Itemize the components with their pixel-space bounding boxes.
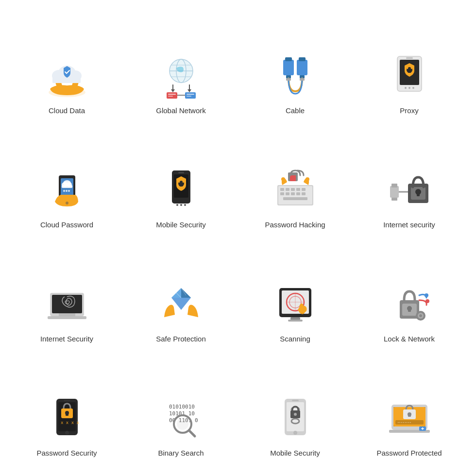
password-security-label: Password Security	[36, 448, 97, 458]
svg-point-70	[281, 177, 285, 181]
svg-point-35	[412, 87, 414, 89]
svg-rect-32	[408, 69, 411, 73]
svg-rect-21	[283, 60, 294, 75]
svg-rect-24	[297, 60, 307, 75]
svg-rect-109	[66, 413, 68, 416]
svg-rect-22	[285, 57, 292, 61]
cell-mobile-security: Mobile Security	[124, 124, 238, 238]
svg-rect-25	[299, 57, 306, 61]
svg-marker-84	[181, 288, 191, 298]
svg-rect-42	[62, 185, 72, 188]
svg-point-100	[425, 293, 428, 297]
safe-protection-icon	[152, 280, 210, 328]
svg-rect-81	[48, 316, 86, 319]
svg-rect-82	[59, 313, 75, 316]
svg-rect-28	[300, 78, 305, 81]
cable-icon	[266, 51, 324, 100]
password-protected-label: Password Protected	[376, 448, 442, 458]
svg-rect-63	[286, 192, 289, 195]
svg-point-43	[63, 190, 65, 192]
proxy-label: Proxy	[400, 106, 418, 116]
svg-point-46	[66, 202, 68, 204]
cell-password-hacking: Password Hacking	[238, 124, 352, 238]
svg-point-125	[294, 413, 297, 416]
binary-search-icon: 01010010 10101 10 00 1101 0	[152, 394, 210, 442]
cloud-data-icon	[38, 51, 96, 100]
global-network-label: Global Network	[156, 106, 206, 116]
cell-global-network: Global Network	[124, 10, 238, 124]
svg-rect-16	[168, 96, 173, 97]
internet-security-laptop-label: Internet Security	[40, 334, 93, 344]
icon-grid: Cloud Data	[5, 5, 471, 471]
svg-point-104	[419, 314, 422, 317]
svg-rect-95	[288, 320, 303, 322]
svg-rect-73	[391, 184, 397, 187]
mobile-security-icon	[152, 166, 210, 214]
cable-label: Cable	[286, 106, 305, 116]
svg-rect-112	[64, 400, 70, 401]
svg-rect-60	[296, 188, 300, 191]
svg-point-44	[66, 190, 68, 192]
global-network-icon	[152, 51, 210, 100]
proxy-icon	[380, 51, 439, 100]
mobile-security-label: Mobile Security	[156, 220, 206, 230]
internet-security-lock-label: Internet security	[383, 220, 435, 230]
svg-rect-67	[283, 197, 307, 200]
svg-marker-13	[187, 89, 191, 92]
svg-rect-18	[187, 94, 194, 95]
cell-cloud-data: Cloud Data	[10, 10, 124, 124]
cell-lock-network: Lock & Network	[352, 238, 466, 352]
cell-proxy: Proxy	[352, 10, 466, 124]
svg-point-53	[184, 204, 186, 206]
svg-point-33	[405, 87, 407, 89]
svg-point-34	[408, 87, 410, 89]
cell-scanning: Scanning	[238, 238, 352, 352]
svg-rect-78	[417, 192, 420, 196]
cloud-password-label: Cloud Password	[40, 220, 93, 230]
cell-password-security: x x x x Password Security	[10, 352, 124, 466]
cell-internet-security-laptop: Internet Security	[10, 238, 124, 352]
svg-text:x x x x: x x x x	[61, 420, 80, 425]
svg-rect-66	[302, 192, 306, 195]
svg-rect-27	[286, 78, 291, 81]
svg-point-111	[65, 431, 69, 435]
svg-rect-64	[291, 192, 295, 195]
password-hacking-label: Password Hacking	[265, 220, 325, 230]
svg-point-45	[68, 190, 70, 192]
svg-text:••••••••: ••••••••	[397, 421, 411, 424]
scanning-label: Scanning	[280, 334, 310, 344]
svg-rect-59	[291, 188, 295, 191]
svg-rect-19	[187, 96, 191, 97]
cell-password-protected: •••••••• Password Protected	[352, 352, 466, 466]
svg-rect-99	[408, 308, 411, 312]
svg-rect-74	[391, 198, 397, 201]
internet-security-lock-icon	[380, 166, 439, 214]
password-security-icon: x x x x	[38, 394, 96, 442]
lock-network-label: Lock & Network	[384, 334, 435, 344]
svg-point-71	[306, 177, 309, 181]
cell-cable: Cable	[238, 10, 352, 124]
svg-rect-65	[296, 192, 300, 195]
password-protected-icon: ••••••••	[380, 394, 439, 442]
svg-line-118	[189, 430, 195, 436]
svg-rect-58	[286, 188, 289, 191]
svg-rect-61	[302, 188, 306, 191]
cloud-data-label: Cloud Data	[49, 106, 85, 116]
svg-marker-11	[171, 89, 175, 92]
svg-point-51	[176, 204, 178, 206]
internet-security-laptop-icon	[38, 280, 96, 328]
svg-rect-15	[168, 94, 176, 95]
safe-protection-label: Safe Protection	[156, 334, 206, 344]
cell-cloud-password: Cloud Password	[10, 124, 124, 238]
cell-internet-security-lock: Internet security	[352, 124, 466, 238]
cell-mobile-security-2: Mobile Security	[238, 352, 352, 466]
svg-rect-133	[408, 414, 411, 417]
mobile-security-2-label: Mobile Security	[270, 448, 320, 458]
svg-rect-57	[280, 188, 284, 191]
svg-point-117	[177, 418, 188, 430]
mobile-security-2-icon	[266, 394, 324, 442]
password-hacking-icon	[266, 166, 324, 214]
svg-rect-50	[180, 183, 183, 187]
svg-rect-36	[406, 57, 413, 59]
svg-rect-69	[290, 175, 296, 181]
